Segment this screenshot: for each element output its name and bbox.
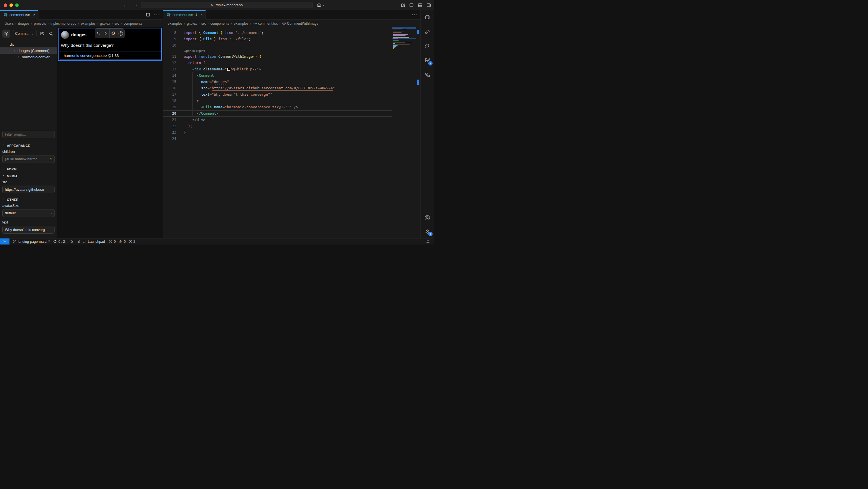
problems-item[interactable]: 0 0 2 — [109, 240, 137, 243]
prop-label: src — [2, 180, 55, 184]
run-debug-view-button[interactable] — [421, 24, 434, 39]
code-line-13[interactable]: 13 <div className="bg-black p-2"> — [163, 66, 392, 73]
tree-item-div[interactable]: div — [0, 41, 57, 48]
code-line-19[interactable]: 19 <File name="harmonic-convergence.tsx@… — [163, 104, 392, 110]
code-line-23[interactable]: 23} — [163, 129, 392, 136]
breadcrumb-item[interactable]: src — [201, 22, 206, 26]
split-editor-icon[interactable] — [146, 12, 150, 17]
scene-panel[interactable]: douges Why doesn't this converge? harmon… — [57, 27, 163, 238]
code-line-17[interactable]: 17 text="Why doesn't this converge?" — [163, 91, 392, 98]
breadcrumb-item[interactable]: projects — [34, 22, 46, 26]
code-line-18[interactable]: 18 > — [163, 98, 392, 104]
indent-guide — [192, 73, 193, 79]
explorer-view-button[interactable] — [421, 10, 434, 24]
chevron-right-icon[interactable]: › — [17, 55, 21, 59]
code-line-22[interactable]: 22 ); — [163, 123, 392, 129]
git-branch-item[interactable]: landing-page-march* — [13, 240, 50, 243]
close-window-icon[interactable] — [4, 3, 7, 7]
plug-icon — [83, 240, 86, 243]
breadcrumb-item[interactable]: components — [210, 22, 229, 26]
prop-input-text[interactable]: Why doesn't this converg — [2, 226, 55, 234]
toggle-primary-sidebar-icon[interactable] — [409, 3, 414, 7]
codelens-open-in-triplex[interactable]: Open in Triplex — [163, 49, 392, 53]
breadcrumb-item[interactable]: douges — [18, 22, 29, 26]
toggle-secondary-sidebar-icon[interactable] — [426, 3, 431, 7]
code-line-24[interactable]: 24 — [163, 136, 392, 142]
chevron-right-icon[interactable]: › — [13, 49, 17, 53]
prop-select-avatarSize[interactable]: default› — [2, 209, 55, 217]
back-icon[interactable]: ← — [123, 3, 127, 7]
more-actions-icon[interactable]: ··· — [412, 12, 418, 18]
breadcrumb-item[interactable]: Users — [5, 22, 13, 26]
extensions-badge: 2 — [428, 61, 433, 65]
settings-button[interactable]: ⚙ — [110, 29, 117, 38]
code-line-16[interactable]: 16 src="https://avatars.githubuserconten… — [163, 85, 392, 91]
layers-button[interactable] — [2, 30, 10, 38]
tree-item-douges-comment-[interactable]: ›douges (Comment) — [0, 48, 57, 54]
breadcrumb-item[interactable]: examples — [81, 22, 95, 26]
forward-icon[interactable]: → — [133, 3, 138, 7]
launchpad-item[interactable]: Launchpad — [77, 240, 105, 243]
overview-ruler[interactable] — [416, 27, 421, 238]
maximize-window-icon[interactable] — [15, 3, 19, 7]
minimap-line — [393, 39, 406, 39]
breadcrumb-item[interactable]: examples — [167, 22, 182, 26]
code-line-9[interactable]: 9import { File } from "../file"; — [163, 36, 392, 42]
prop-input-children[interactable]: {<File name="harmo...⚠ — [2, 155, 55, 163]
component-select[interactable]: Comm... ⌄ — [12, 30, 36, 37]
account-icon — [424, 214, 431, 221]
tab-comment-tsx-left[interactable]: comment.tsx × — [0, 10, 38, 20]
section-header-other[interactable]: ›OTHER — [0, 196, 57, 203]
search-elements-button[interactable] — [48, 30, 55, 37]
git-graph-item[interactable] — [70, 240, 74, 243]
section-header-appearance[interactable]: ›APPEARANCE — [0, 142, 57, 149]
search-view-button[interactable] — [421, 39, 434, 53]
code-line-21[interactable]: 21 </div> — [163, 117, 392, 123]
undo-button[interactable] — [95, 29, 102, 38]
remote-indicator[interactable]: >< — [0, 238, 9, 245]
copilot-menu[interactable]: ⌄ — [317, 0, 324, 10]
filter-props-input[interactable] — [2, 131, 55, 138]
extensions-view-button[interactable]: 2 — [421, 53, 434, 67]
breadcrumb-item[interactable]: gitplex — [187, 22, 197, 26]
code-editor[interactable]: 8import { Comment } from "../comment";9i… — [163, 27, 421, 238]
hierarchy-view-button[interactable] — [421, 67, 434, 82]
breadcrumb-item[interactable]: src — [115, 22, 119, 26]
notifications-button[interactable] — [426, 238, 430, 244]
code-line-11[interactable]: 11export function CommentWithImage() { — [163, 53, 392, 60]
accounts-button[interactable] — [421, 210, 434, 225]
breadcrumb-item[interactable]: triplex-monorepo — [51, 22, 76, 26]
code-line-12[interactable]: 12 return ( — [163, 60, 392, 66]
breadcrumb-item[interactable]: CommentWithImage — [282, 22, 318, 26]
file-chip[interactable]: harmonic-convergence.tsx@1-33 — [60, 51, 161, 60]
help-button[interactable]: ? — [117, 29, 124, 38]
tab-comment-tsx-editor[interactable]: comment.tsx U × — [163, 10, 206, 20]
sync-item[interactable]: 0↓ 2↑ — [53, 240, 67, 243]
minimize-window-icon[interactable] — [9, 3, 13, 7]
code-line-8[interactable]: 8import { Comment } from "../comment"; — [163, 30, 392, 36]
breadcrumb-item[interactable]: comment.tsx — [253, 22, 278, 26]
section-header-form[interactable]: ›FORM — [0, 166, 57, 173]
minimap[interactable] — [392, 27, 416, 238]
customize-layout-icon[interactable] — [401, 3, 405, 7]
prop-value: default — [5, 211, 16, 215]
close-tab-icon[interactable]: × — [200, 12, 203, 17]
more-actions-icon[interactable]: ··· — [154, 12, 160, 18]
code-line-20[interactable]: 20 </Comment> — [163, 110, 392, 117]
close-tab-icon[interactable]: × — [33, 12, 36, 17]
breadcrumb-item[interactable]: components — [124, 22, 143, 26]
toggle-panel-icon[interactable] — [417, 3, 423, 7]
settings-button[interactable]: ⚙ 1 — [421, 225, 434, 238]
breadcrumb-item[interactable]: examples — [234, 22, 248, 26]
section-header-media[interactable]: ›MEDIA — [0, 173, 57, 179]
prop-input-src[interactable]: https://avatars.githubuse — [2, 185, 55, 193]
breadcrumb-item[interactable]: gitplex — [100, 22, 110, 26]
new-component-button[interactable] — [39, 30, 45, 37]
breadcrumb-label: Users — [5, 22, 13, 26]
code-line-15[interactable]: 15 name="douges" — [163, 79, 392, 85]
code-line-10[interactable]: 10 — [163, 42, 392, 49]
command-center-search[interactable]: triplex-monorepo — [141, 2, 313, 8]
tree-item-harmonic-conver-[interactable]: ›harmonic-conver... — [0, 54, 57, 60]
play-button[interactable] — [102, 29, 110, 38]
code-line-14[interactable]: 14 <Comment — [163, 73, 392, 79]
